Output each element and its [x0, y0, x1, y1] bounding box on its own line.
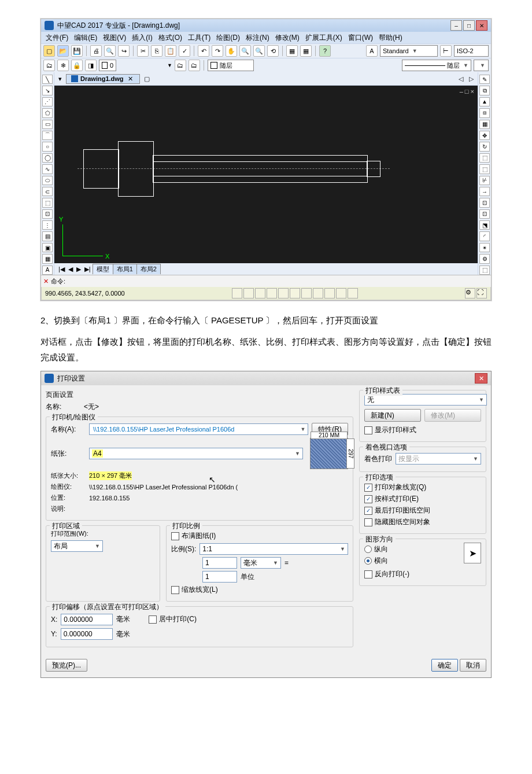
- pline-icon[interactable]: ⋰: [42, 97, 53, 106]
- arc-icon[interactable]: ⌒: [42, 131, 53, 140]
- props-icon[interactable]: ⚙: [479, 254, 490, 263]
- block-icon[interactable]: ⬚: [42, 198, 53, 207]
- print-icon[interactable]: 🖨: [90, 45, 102, 57]
- landscape-radio[interactable]: [364, 557, 372, 565]
- opt-hide-checkbox[interactable]: [364, 518, 372, 526]
- new-icon[interactable]: ▢: [43, 45, 55, 57]
- join-icon[interactable]: ⊡: [479, 209, 490, 219]
- prevlayer-icon[interactable]: 🗂: [189, 60, 200, 71]
- osnap-icon[interactable]: [278, 288, 289, 298]
- range-combo[interactable]: 布局▼: [51, 540, 103, 552]
- ellipse-icon[interactable]: ⬭: [42, 176, 53, 185]
- dialog-close-button[interactable]: ✕: [475, 373, 487, 384]
- opt-lw-checkbox[interactable]: ✓: [364, 484, 372, 492]
- lineweight-combo[interactable]: ▼: [474, 60, 489, 71]
- freeze-icon[interactable]: ❄: [57, 60, 69, 71]
- table-icon[interactable]: ▦: [42, 254, 53, 263]
- insert-icon[interactable]: ⊡: [42, 209, 53, 219]
- menu-view[interactable]: 视图(V): [101, 33, 128, 43]
- menu-draw[interactable]: 绘图(D): [214, 33, 242, 43]
- copy-icon[interactable]: ⎘: [151, 45, 162, 57]
- array-icon[interactable]: ▦: [479, 120, 490, 129]
- preview-icon[interactable]: 🔍: [104, 45, 116, 57]
- xline-icon[interactable]: ↘: [42, 86, 53, 95]
- open-icon[interactable]: 📂: [57, 45, 69, 57]
- opt-style-checkbox[interactable]: ✓: [364, 495, 372, 503]
- textstyle-icon[interactable]: A: [366, 45, 378, 57]
- max-icon[interactable]: ⛶: [476, 288, 487, 298]
- fillet-icon[interactable]: ◜: [479, 231, 490, 241]
- tab-dropdown-icon[interactable]: ▾: [57, 75, 64, 83]
- rect-icon[interactable]: ▭: [42, 120, 53, 129]
- undo-icon[interactable]: ↶: [198, 45, 209, 57]
- fit-checkbox[interactable]: [171, 532, 179, 540]
- tab-prev-icon[interactable]: ◀: [66, 266, 75, 273]
- erase-icon[interactable]: ✎: [479, 75, 490, 84]
- maximize-button[interactable]: □: [463, 20, 475, 31]
- minimize-button[interactable]: –: [450, 20, 462, 31]
- stretch-icon[interactable]: ⬚: [479, 164, 490, 174]
- ducs-icon[interactable]: [301, 288, 312, 298]
- snap-icon[interactable]: [232, 288, 242, 298]
- menu-ext[interactable]: 扩展工具(X): [303, 33, 345, 43]
- menu-format[interactable]: 格式(O): [156, 33, 184, 43]
- cmd-close-icon[interactable]: ✕: [43, 278, 49, 285]
- center-checkbox[interactable]: [149, 615, 157, 624]
- tab-right-icon[interactable]: ▷: [467, 75, 475, 83]
- color-icon[interactable]: ◨: [85, 60, 97, 71]
- circle-icon[interactable]: ○: [42, 142, 53, 151]
- save-icon[interactable]: 💾: [71, 45, 83, 57]
- linetype-combo[interactable]: 随层▼: [402, 60, 471, 71]
- lock-icon[interactable]: 🔒: [71, 60, 83, 71]
- bylayer-icon[interactable]: 🗂: [175, 60, 186, 71]
- tab-next-icon[interactable]: ▶: [75, 266, 83, 273]
- opt-last-checkbox[interactable]: ✓: [364, 507, 372, 515]
- mirror-icon[interactable]: ▲: [479, 97, 490, 106]
- move-icon[interactable]: ✥: [479, 131, 490, 140]
- paper-combo[interactable]: A4▼: [89, 448, 303, 459]
- ortho2-icon[interactable]: [255, 288, 265, 298]
- spline-icon[interactable]: ∿: [42, 164, 53, 174]
- donut-icon[interactable]: ◯: [42, 153, 53, 163]
- hatch-icon[interactable]: ▤: [42, 231, 53, 241]
- menu-edit[interactable]: 编辑(E): [72, 33, 99, 43]
- paste-icon[interactable]: 📋: [165, 45, 176, 57]
- explode-icon[interactable]: ✴: [479, 243, 490, 252]
- styletbl-new-button[interactable]: 新建(N): [364, 409, 421, 422]
- layer0-combo[interactable]: 0: [99, 60, 116, 71]
- menu-dim[interactable]: 标注(N): [243, 33, 272, 43]
- showstyle-checkbox[interactable]: [364, 426, 372, 434]
- layer-mgr-icon[interactable]: 🗂: [43, 60, 55, 71]
- offset-x-input[interactable]: 0.000000: [61, 614, 113, 625]
- dimstyle-combo[interactable]: ISO-2: [454, 45, 489, 57]
- layerprop-combo[interactable]: 随层: [208, 60, 254, 71]
- viewport-controls[interactable]: – □ ×: [460, 88, 474, 95]
- qp-icon[interactable]: [348, 288, 358, 298]
- line-icon[interactable]: ╲: [42, 75, 53, 84]
- text-icon[interactable]: A: [42, 266, 53, 275]
- scale-num-input[interactable]: 1: [202, 557, 237, 569]
- scale-icon[interactable]: ⬚: [479, 153, 490, 163]
- cancel-button[interactable]: 取消: [460, 659, 486, 672]
- chamfer-icon[interactable]: ⬔: [479, 220, 490, 230]
- match2-icon[interactable]: ⬚: [479, 266, 490, 275]
- tab-left-icon[interactable]: ◁: [457, 75, 465, 83]
- menu-tools[interactable]: 工具(T): [186, 33, 213, 43]
- help-icon[interactable]: ?: [319, 45, 331, 57]
- zoomw-icon[interactable]: 🔍: [253, 45, 265, 57]
- drawing-canvas[interactable]: – □ × X Y: [54, 86, 478, 263]
- new-tab-icon[interactable]: ▢: [142, 75, 152, 83]
- region-icon[interactable]: ▣: [42, 243, 53, 252]
- publish-icon[interactable]: ↪: [118, 45, 130, 57]
- unit-combo[interactable]: 毫米▼: [241, 557, 281, 569]
- trim-icon[interactable]: ⊬: [479, 176, 490, 185]
- break-icon[interactable]: ⊡: [479, 198, 490, 207]
- offset-icon[interactable]: ⧈: [479, 108, 490, 117]
- menu-file[interactable]: 文件(F): [43, 33, 71, 43]
- tab-first-icon[interactable]: |◀: [57, 266, 66, 273]
- menu-modify[interactable]: 修改(M): [273, 33, 302, 43]
- menu-window[interactable]: 窗口(W): [346, 33, 375, 43]
- redo-icon[interactable]: ↷: [212, 45, 223, 57]
- menu-help[interactable]: 帮助(H): [376, 33, 405, 43]
- scale-combo[interactable]: 1:1▼: [200, 543, 348, 555]
